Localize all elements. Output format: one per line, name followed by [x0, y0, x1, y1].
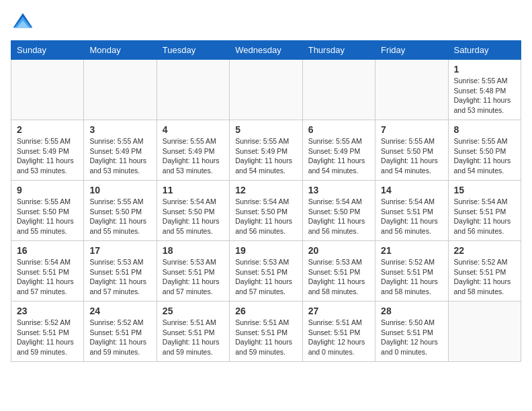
day-info: Sunrise: 5:55 AM Sunset: 5:49 PM Dayligh… [89, 136, 150, 176]
day-number: 10 [89, 185, 150, 195]
calendar-cell: 7Sunrise: 5:55 AM Sunset: 5:50 PM Daylig… [375, 120, 448, 181]
day-of-week-header: Thursday [302, 41, 375, 60]
day-info: Sunrise: 5:50 AM Sunset: 5:51 PM Dayligh… [381, 318, 442, 357]
day-info: Sunrise: 5:52 AM Sunset: 5:51 PM Dayligh… [454, 257, 515, 297]
day-of-week-header: Wednesday [230, 41, 302, 60]
day-number: 27 [308, 306, 369, 316]
calendar-header-row: SundayMondayTuesdayWednesdayThursdayFrid… [11, 41, 521, 60]
day-info: Sunrise: 5:55 AM Sunset: 5:50 PM Dayligh… [17, 197, 78, 236]
day-of-week-header: Tuesday [157, 41, 229, 60]
calendar-cell: 19Sunrise: 5:53 AM Sunset: 5:51 PM Dayli… [230, 241, 302, 302]
day-of-week-header: Friday [375, 41, 448, 60]
week-row: 23Sunrise: 5:52 AM Sunset: 5:51 PM Dayli… [11, 302, 521, 362]
day-of-week-header: Monday [84, 41, 157, 60]
day-number: 11 [163, 185, 224, 195]
calendar-cell: 2Sunrise: 5:55 AM Sunset: 5:49 PM Daylig… [11, 120, 84, 181]
day-number: 8 [454, 124, 515, 135]
day-number: 28 [381, 306, 442, 316]
day-of-week-header: Saturday [448, 41, 521, 60]
day-info: Sunrise: 5:51 AM Sunset: 5:51 PM Dayligh… [235, 318, 296, 357]
day-info: Sunrise: 5:55 AM Sunset: 5:50 PM Dayligh… [381, 136, 442, 176]
day-info: Sunrise: 5:53 AM Sunset: 5:51 PM Dayligh… [235, 257, 296, 297]
calendar-cell: 23Sunrise: 5:52 AM Sunset: 5:51 PM Dayli… [11, 302, 84, 362]
calendar-table: SundayMondayTuesdayWednesdayThursdayFrid… [11, 40, 521, 362]
day-info: Sunrise: 5:54 AM Sunset: 5:50 PM Dayligh… [235, 197, 296, 236]
calendar-cell [302, 60, 375, 120]
day-number: 25 [163, 306, 224, 316]
calendar-cell: 4Sunrise: 5:55 AM Sunset: 5:49 PM Daylig… [157, 120, 229, 181]
calendar-cell: 26Sunrise: 5:51 AM Sunset: 5:51 PM Dayli… [230, 302, 302, 362]
week-row: 9Sunrise: 5:55 AM Sunset: 5:50 PM Daylig… [11, 181, 521, 241]
calendar-cell: 20Sunrise: 5:53 AM Sunset: 5:51 PM Dayli… [302, 241, 375, 302]
calendar-cell: 13Sunrise: 5:54 AM Sunset: 5:50 PM Dayli… [302, 181, 375, 241]
calendar-cell: 28Sunrise: 5:50 AM Sunset: 5:51 PM Dayli… [375, 302, 448, 362]
calendar-cell: 24Sunrise: 5:52 AM Sunset: 5:51 PM Dayli… [84, 302, 157, 362]
calendar-cell: 6Sunrise: 5:55 AM Sunset: 5:49 PM Daylig… [302, 120, 375, 181]
day-number: 26 [235, 306, 296, 316]
day-number: 12 [235, 185, 296, 195]
calendar-cell: 1Sunrise: 5:55 AM Sunset: 5:48 PM Daylig… [448, 60, 521, 120]
day-info: Sunrise: 5:54 AM Sunset: 5:50 PM Dayligh… [308, 197, 369, 236]
calendar-cell: 21Sunrise: 5:52 AM Sunset: 5:51 PM Dayli… [375, 241, 448, 302]
calendar-cell: 15Sunrise: 5:54 AM Sunset: 5:51 PM Dayli… [448, 181, 521, 241]
day-info: Sunrise: 5:55 AM Sunset: 5:50 PM Dayligh… [89, 197, 150, 236]
day-number: 2 [17, 124, 78, 135]
calendar-cell: 18Sunrise: 5:53 AM Sunset: 5:51 PM Dayli… [157, 241, 229, 302]
calendar-cell: 12Sunrise: 5:54 AM Sunset: 5:50 PM Dayli… [230, 181, 302, 241]
calendar-cell [230, 60, 302, 120]
calendar-cell: 8Sunrise: 5:55 AM Sunset: 5:50 PM Daylig… [448, 120, 521, 181]
day-info: Sunrise: 5:51 AM Sunset: 5:51 PM Dayligh… [163, 318, 224, 357]
week-row: 2Sunrise: 5:55 AM Sunset: 5:49 PM Daylig… [11, 120, 521, 181]
day-number: 22 [454, 245, 515, 256]
page-header [11, 11, 521, 35]
logo-icon [11, 11, 35, 35]
day-info: Sunrise: 5:55 AM Sunset: 5:48 PM Dayligh… [454, 76, 515, 116]
day-number: 9 [17, 185, 78, 195]
day-info: Sunrise: 5:51 AM Sunset: 5:51 PM Dayligh… [308, 318, 369, 357]
day-number: 20 [308, 245, 369, 256]
week-row: 16Sunrise: 5:54 AM Sunset: 5:51 PM Dayli… [11, 241, 521, 302]
logo [11, 11, 38, 35]
calendar-cell: 22Sunrise: 5:52 AM Sunset: 5:51 PM Dayli… [448, 241, 521, 302]
day-number: 6 [308, 124, 369, 135]
calendar-cell: 14Sunrise: 5:54 AM Sunset: 5:51 PM Dayli… [375, 181, 448, 241]
day-info: Sunrise: 5:54 AM Sunset: 5:51 PM Dayligh… [381, 197, 442, 236]
day-number: 17 [89, 245, 150, 256]
day-number: 24 [89, 306, 150, 316]
day-number: 5 [235, 124, 296, 135]
day-number: 15 [454, 185, 515, 195]
calendar-cell: 16Sunrise: 5:54 AM Sunset: 5:51 PM Dayli… [11, 241, 84, 302]
calendar-cell: 25Sunrise: 5:51 AM Sunset: 5:51 PM Dayli… [157, 302, 229, 362]
day-info: Sunrise: 5:55 AM Sunset: 5:49 PM Dayligh… [235, 136, 296, 176]
week-row: 1Sunrise: 5:55 AM Sunset: 5:48 PM Daylig… [11, 60, 521, 120]
calendar-cell: 10Sunrise: 5:55 AM Sunset: 5:50 PM Dayli… [84, 181, 157, 241]
calendar-cell [84, 60, 157, 120]
calendar-cell [375, 60, 448, 120]
day-number: 4 [163, 124, 224, 135]
day-info: Sunrise: 5:53 AM Sunset: 5:51 PM Dayligh… [163, 257, 224, 297]
day-info: Sunrise: 5:55 AM Sunset: 5:49 PM Dayligh… [163, 136, 224, 176]
day-info: Sunrise: 5:55 AM Sunset: 5:50 PM Dayligh… [454, 136, 515, 176]
calendar-cell: 3Sunrise: 5:55 AM Sunset: 5:49 PM Daylig… [84, 120, 157, 181]
calendar-cell: 5Sunrise: 5:55 AM Sunset: 5:49 PM Daylig… [230, 120, 302, 181]
calendar-cell [11, 60, 84, 120]
calendar-cell [157, 60, 229, 120]
day-info: Sunrise: 5:54 AM Sunset: 5:50 PM Dayligh… [163, 197, 224, 236]
day-number: 21 [381, 245, 442, 256]
day-info: Sunrise: 5:54 AM Sunset: 5:51 PM Dayligh… [454, 197, 515, 236]
day-info: Sunrise: 5:55 AM Sunset: 5:49 PM Dayligh… [17, 136, 78, 176]
day-number: 16 [17, 245, 78, 256]
calendar-cell: 9Sunrise: 5:55 AM Sunset: 5:50 PM Daylig… [11, 181, 84, 241]
day-info: Sunrise: 5:52 AM Sunset: 5:51 PM Dayligh… [17, 318, 78, 357]
day-number: 7 [381, 124, 442, 135]
day-number: 19 [235, 245, 296, 256]
day-info: Sunrise: 5:54 AM Sunset: 5:51 PM Dayligh… [17, 257, 78, 297]
day-info: Sunrise: 5:55 AM Sunset: 5:49 PM Dayligh… [308, 136, 369, 176]
calendar-cell: 17Sunrise: 5:53 AM Sunset: 5:51 PM Dayli… [84, 241, 157, 302]
day-number: 1 [454, 64, 515, 75]
day-info: Sunrise: 5:53 AM Sunset: 5:51 PM Dayligh… [308, 257, 369, 297]
day-number: 13 [308, 185, 369, 195]
calendar-cell: 27Sunrise: 5:51 AM Sunset: 5:51 PM Dayli… [302, 302, 375, 362]
day-info: Sunrise: 5:52 AM Sunset: 5:51 PM Dayligh… [89, 318, 150, 357]
calendar-cell [448, 302, 521, 362]
